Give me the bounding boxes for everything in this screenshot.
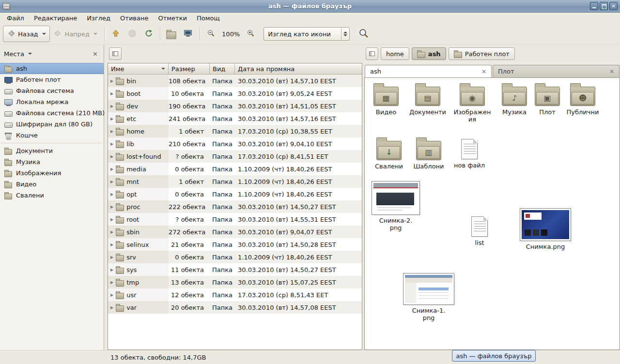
expander-icon[interactable]: ▶ [110, 192, 113, 197]
menu-item[interactable]: Файл [2, 13, 29, 24]
file-icon[interactable]: Шаблони [410, 137, 447, 170]
expander-icon[interactable]: ▶ [110, 154, 113, 159]
home-button[interactable] [163, 26, 179, 42]
file-icon[interactable]: Плот [532, 83, 562, 116]
expander-icon[interactable]: ▶ [110, 117, 113, 121]
expander-icon[interactable]: ▶ [110, 268, 113, 272]
expander-icon[interactable]: ▶ [110, 129, 113, 134]
tab[interactable]: Плот ✕ [493, 65, 620, 77]
view-mode-select[interactable]: Изглед като икони [264, 27, 350, 41]
table-row[interactable]: ▶ home 1 обект Папка 17.03.2010 (ср) 10,… [108, 125, 362, 137]
tab-close-icon[interactable]: ✕ [609, 68, 614, 75]
file-icon[interactable]: list [465, 214, 495, 246]
zoom-in-button[interactable] [243, 26, 259, 42]
table-row[interactable]: ▶ lost+found ? обекта Папка 17.03.2010 (… [108, 150, 362, 163]
table-row[interactable]: ▶ mnt 1 обект Папка 1.10.2009 (чт) 18,40… [108, 175, 362, 188]
sidebar-item[interactable]: ash [0, 63, 104, 74]
forward-button[interactable]: Напред [50, 26, 101, 42]
file-icon[interactable]: Музика [497, 83, 531, 116]
pathbar-button[interactable]: ash [412, 47, 446, 60]
expander-icon[interactable]: ▶ [110, 217, 113, 222]
icon-view-canvas[interactable]: Видео Документи Изображен ия [364, 77, 620, 350]
column-header-size[interactable]: Размер [169, 63, 210, 75]
sidebar-item[interactable]: Документи [0, 145, 104, 156]
file-icon[interactable]: нов файл [452, 137, 487, 169]
back-button[interactable]: Назад [3, 26, 50, 42]
sidebar-close-icon[interactable]: ✕ [91, 49, 100, 59]
close-button[interactable] [609, 2, 618, 10]
sidebar-item[interactable]: Файлова система [0, 85, 104, 96]
computer-button[interactable] [179, 26, 197, 42]
titlebar[interactable]: ash — файлов браузър [0, 0, 620, 13]
pane-splitter[interactable] [104, 45, 108, 350]
expander-icon[interactable]: ▶ [110, 104, 113, 108]
file-icon[interactable]: Свалени [372, 137, 406, 170]
table-row[interactable]: ▶ var 20 обекта Папка 30.03.2010 (вт) 14… [108, 301, 362, 314]
menu-item[interactable]: Отметки [153, 13, 191, 24]
sidebar-item[interactable]: Видео [0, 179, 104, 190]
sidebar-item[interactable]: Изображения [0, 167, 104, 179]
sidebar-item[interactable]: Свалени [0, 190, 104, 201]
expander-icon[interactable]: ▶ [110, 142, 113, 146]
table-row[interactable]: ▶ etc 241 обекта Папка 30.03.2010 (вт) 1… [108, 112, 362, 125]
expander-icon[interactable]: ▶ [110, 79, 113, 83]
reload-button[interactable] [140, 26, 157, 42]
tab[interactable]: ash ✕ [365, 65, 492, 77]
expander-icon[interactable]: ▶ [110, 205, 113, 209]
table-row[interactable]: ▶ usr 12 обекта Папка 17.03.2010 (ср) 8,… [108, 288, 362, 301]
table-row[interactable]: ▶ bin 108 обекта Папка 30.03.2010 (вт) 1… [108, 75, 362, 87]
menu-item[interactable]: Помощ [192, 13, 225, 24]
sidebar-item[interactable]: Локална мрежа [0, 96, 104, 107]
stop-button[interactable] [124, 26, 140, 42]
menu-item[interactable]: Редактиране [29, 13, 82, 24]
file-icon[interactable]: Документи [407, 83, 448, 116]
expander-icon[interactable]: ▶ [110, 305, 113, 310]
file-icon[interactable]: Снимка.png [518, 209, 573, 250]
table-row[interactable]: ▶ sbin 272 обекта Папка 30.03.2010 (вт) … [108, 226, 362, 238]
expander-icon[interactable]: ▶ [110, 230, 113, 234]
expander-icon[interactable]: ▶ [110, 91, 113, 96]
file-icon[interactable]: Публични [564, 83, 601, 116]
table-row[interactable]: ▶ selinux 21 обекта Папка 30.03.2010 (вт… [108, 238, 362, 251]
table-row[interactable]: ▶ proc 222 обекта Папка 30.03.2010 (вт) … [108, 200, 362, 213]
location-bar-toggle-button[interactable] [366, 47, 378, 60]
zoom-out-button[interactable] [203, 26, 219, 42]
file-icon[interactable]: Видео [369, 83, 403, 116]
table-row[interactable]: ▶ dev 190 обекта Папка 30.03.2010 (вт) 1… [108, 100, 362, 112]
sidebar-item[interactable]: Файлова система (210 MB) [0, 107, 104, 119]
column-header-type[interactable]: Вид [210, 63, 235, 75]
expander-icon[interactable]: ▶ [110, 243, 113, 247]
table-row[interactable]: ▶ boot 10 обекта Папка 30.03.2010 (вт) 9… [108, 87, 362, 100]
column-header-name[interactable]: Име [108, 63, 169, 75]
sidebar-item[interactable]: Музика [0, 156, 104, 167]
minimize-button[interactable] [590, 2, 598, 10]
table-row[interactable]: ▶ srv 0 обекта Папка 1.10.2009 (чт) 18,4… [108, 251, 362, 263]
sidebar-item[interactable]: Шифриран дял (80 GB) [0, 119, 104, 130]
expander-icon[interactable]: ▶ [110, 167, 113, 171]
table-row[interactable]: ▶ lib 210 обекта Папка 30.03.2010 (вт) 9… [108, 137, 362, 150]
file-icon[interactable]: Снимка-2. png [371, 182, 421, 231]
table-row[interactable]: ▶ tmp 13 обекта Папка 30.03.2010 (вт) 15… [108, 276, 362, 288]
table-row[interactable]: ▶ root ? обекта Папка 30.03.2010 (вт) 14… [108, 213, 362, 226]
file-icon[interactable]: Снимка-1. png [402, 273, 456, 321]
menu-item[interactable]: Отиване [115, 13, 153, 24]
search-button[interactable] [355, 26, 373, 42]
back-menu-chevron-icon[interactable] [42, 33, 46, 35]
table-row[interactable]: ▶ opt 0 обекта Папка 1.10.2009 (чт) 18,4… [108, 188, 362, 200]
table-row[interactable]: ▶ sys 11 обекта Папка 30.03.2010 (вт) 14… [108, 263, 362, 276]
expander-icon[interactable]: ▶ [110, 280, 113, 285]
location-bar-toggle-button[interactable] [109, 47, 122, 60]
pathbar-button[interactable]: home [381, 47, 409, 60]
tab-close-icon[interactable]: ✕ [481, 68, 486, 75]
file-icon[interactable]: Изображен ия [451, 83, 494, 123]
expander-icon[interactable]: ▶ [110, 180, 113, 184]
sidebar-mode-select[interactable]: Места [4, 50, 32, 58]
table-row[interactable]: ▶ media 0 обекта Папка 1.10.2009 (чт) 18… [108, 163, 362, 175]
expander-icon[interactable]: ▶ [110, 255, 113, 259]
sidebar-item[interactable]: Работен плот [0, 74, 104, 85]
expander-icon[interactable]: ▶ [110, 293, 113, 297]
menu-item[interactable]: Изглед [82, 13, 115, 24]
maximize-button[interactable] [600, 2, 608, 10]
column-header-date[interactable]: Дата на промяна [235, 63, 362, 75]
taskbar-window-button[interactable]: ash — файлов браузър [452, 350, 536, 362]
